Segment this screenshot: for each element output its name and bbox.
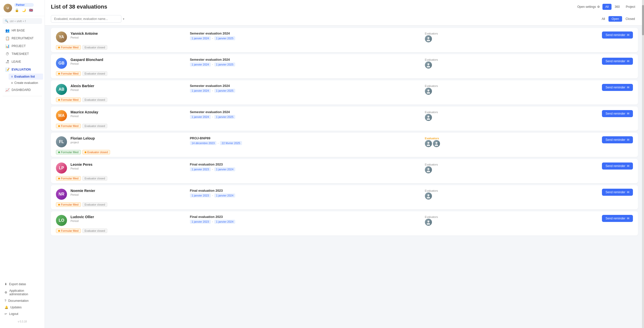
filter-dropdown-arrow[interactable]: ▾ bbox=[123, 17, 124, 21]
eval-card-top: NR Noemie Renier Period Final evaluation… bbox=[56, 189, 633, 200]
eval-type: project bbox=[71, 141, 186, 144]
svg-point-17 bbox=[427, 223, 430, 225]
evaluator-avatars bbox=[425, 166, 598, 173]
badge-label: Formular filled bbox=[61, 124, 79, 127]
language-icon[interactable]: 🇬🇧 bbox=[28, 7, 34, 13]
sidebar-item-export[interactable]: ⬇ Export datas bbox=[4, 281, 41, 287]
eval-person-name: Ludovic Ollier bbox=[71, 215, 186, 219]
eval-person-info: Leonie Peres Period bbox=[71, 162, 186, 170]
lock-icon[interactable]: 🔒 bbox=[14, 7, 20, 13]
evaluation-card[interactable]: AB Alexis Barbier Period Semester evalua… bbox=[51, 80, 638, 105]
eval-dates: 1 janvier 2024 - 1 janvier 2025 bbox=[190, 62, 421, 67]
eval-dates: 1 janvier 2023 - 1 janvier 2024 bbox=[190, 220, 421, 224]
send-reminder-button[interactable]: Send reminder ✉ bbox=[602, 58, 633, 65]
send-reminder-button[interactable]: Send reminder ✉ bbox=[602, 215, 633, 222]
theme-icon[interactable]: 🌙 bbox=[21, 7, 27, 13]
evaluation-card[interactable]: NR Noemie Renier Period Final evaluation… bbox=[51, 185, 638, 209]
sidebar-item-app-admin[interactable]: ⚙ Application administration bbox=[4, 287, 41, 298]
sidebar-item-recruitment[interactable]: 📋 RECRUITMENT bbox=[2, 35, 43, 42]
badge-label: Formular filled bbox=[61, 151, 79, 154]
admin-icon: ⚙ bbox=[5, 291, 7, 294]
eval-evaluation-name: Final evaluation 2023 bbox=[190, 215, 421, 219]
open-settings-button[interactable]: Open settings ⚙ bbox=[577, 5, 600, 9]
date-start-chip: 1 janvier 2023 bbox=[190, 220, 211, 224]
badge-dot bbox=[58, 204, 60, 206]
sidebar-item-dashboard[interactable]: 📈 DASHBOARD bbox=[2, 86, 43, 94]
sidebar-item-label-evaluation: EVALUATION bbox=[12, 68, 31, 71]
evaluators-label: Evaluators bbox=[425, 84, 438, 87]
sidebar-item-updates[interactable]: 🔔 Updates bbox=[4, 304, 41, 311]
date-start-chip: 1 janvier 2024 bbox=[190, 36, 211, 40]
send-reminder-label: Send reminder bbox=[605, 138, 625, 142]
badge-dot bbox=[58, 151, 60, 153]
search-icon: 🔍 bbox=[5, 19, 8, 23]
send-reminder-label: Send reminder bbox=[605, 217, 625, 220]
evaluation-card[interactable]: FL Florian Leloup project PROJ-BNP89 14 … bbox=[51, 133, 638, 157]
sidebar-item-create-evaluation[interactable]: ≡ Create evaluation bbox=[9, 80, 43, 86]
eval-person-avatar: MA bbox=[56, 110, 67, 121]
scrollbar-thumb[interactable] bbox=[642, 5, 644, 35]
sidebar-item-hr-base[interactable]: 👥 HR BASE bbox=[2, 27, 43, 34]
eval-dates: 1 janvier 2023 - 1 janvier 2024 bbox=[190, 167, 421, 171]
sidebar-item-evaluation[interactable]: 📝 EVALUATION bbox=[2, 66, 43, 73]
eval-evaluators-section: Evaluators bbox=[425, 84, 598, 95]
eval-type: Period bbox=[71, 62, 186, 65]
badge-label: Formular filled bbox=[61, 177, 79, 180]
svg-point-4 bbox=[427, 89, 429, 91]
status-tab-closed[interactable]: Closed bbox=[623, 16, 638, 22]
sidebar-item-timesheet[interactable]: ⏱ TIMESHEET bbox=[2, 50, 43, 58]
evaluation-card[interactable]: LO Ludovic Ollier Period Final evaluatio… bbox=[51, 211, 638, 236]
evaluator-avatar bbox=[425, 114, 432, 121]
send-icon: ✉ bbox=[627, 86, 629, 89]
status-tab-all[interactable]: All bbox=[599, 16, 608, 22]
send-reminder-button[interactable]: Send reminder ✉ bbox=[602, 84, 633, 91]
status-badge: Formular filled bbox=[56, 202, 81, 207]
type-tab-360[interactable]: 360 bbox=[612, 4, 623, 10]
svg-point-2 bbox=[427, 63, 429, 65]
evaluation-card[interactable]: GB Gaspard Blonchard Period Semester eva… bbox=[51, 54, 638, 78]
sidebar: U Partner 🔒 🌙 🇬🇧 🔍 ctrl + shift + f 👥 HR… bbox=[0, 0, 45, 328]
send-reminder-button[interactable]: Send reminder ✉ bbox=[602, 162, 633, 170]
evaluation-card[interactable]: LP Leonie Peres Period Final evaluation … bbox=[51, 159, 638, 183]
badge-label: Evaluator closed bbox=[85, 46, 105, 49]
sidebar-item-documentation[interactable]: ? Documentation bbox=[4, 298, 41, 304]
send-reminder-button[interactable]: Send reminder ✉ bbox=[602, 31, 633, 39]
sidebar-item-label-hr-base: HR BASE bbox=[12, 29, 25, 32]
send-reminder-button[interactable]: Send reminder ✉ bbox=[602, 110, 633, 117]
eval-card-top: GB Gaspard Blonchard Period Semester eva… bbox=[56, 58, 633, 69]
evaluators-label: Evaluators bbox=[425, 111, 438, 114]
sidebar-search[interactable]: 🔍 ctrl + shift + f bbox=[3, 18, 42, 24]
eval-period-section: Final evaluation 2023 1 janvier 2023 - 1… bbox=[190, 215, 421, 224]
eval-card-top: MA Maurice Azoulay Period Semester evalu… bbox=[56, 110, 633, 121]
sidebar-item-logout[interactable]: ↩ Logout bbox=[4, 311, 41, 317]
evaluation-card[interactable]: MA Maurice Azoulay Period Semester evalu… bbox=[51, 107, 638, 131]
eval-badges: Formular filledEvaluator closed bbox=[56, 202, 633, 207]
updates-label: Updates bbox=[10, 306, 22, 309]
scrollbar[interactable] bbox=[642, 0, 644, 328]
updates-icon: 🔔 bbox=[5, 306, 8, 309]
status-badge: Evaluator closed bbox=[82, 71, 107, 76]
type-tab-all[interactable]: All bbox=[602, 4, 611, 10]
eval-period-section: Semester evaluation 2024 1 janvier 2024 … bbox=[190, 58, 421, 67]
svg-point-11 bbox=[435, 144, 438, 146]
sidebar-item-project[interactable]: 📊 PROJECT bbox=[2, 42, 43, 50]
status-tab-open[interactable]: Open bbox=[608, 16, 622, 22]
type-tab-project[interactable]: Project bbox=[623, 4, 638, 10]
send-icon: ✉ bbox=[627, 164, 629, 168]
evaluator-avatar bbox=[425, 192, 432, 200]
svg-point-14 bbox=[427, 194, 429, 196]
search-input[interactable] bbox=[51, 15, 121, 23]
sidebar-item-leave[interactable]: 🏖 LEAVE bbox=[2, 58, 43, 65]
evaluator-avatars bbox=[425, 114, 598, 121]
evaluation-list-content: YA Yannick Antoine Period Semester evalu… bbox=[45, 25, 644, 328]
eval-dates: 1 janvier 2023 - 1 janvier 2024 bbox=[190, 193, 421, 198]
eval-person-avatar: FL bbox=[56, 136, 67, 147]
date-start-chip: 1 janvier 2024 bbox=[190, 89, 211, 93]
svg-point-13 bbox=[427, 171, 430, 172]
settings-gear-icon: ⚙ bbox=[597, 5, 600, 9]
send-reminder-button[interactable]: Send reminder ✉ bbox=[602, 189, 633, 196]
sidebar-item-evaluation-list[interactable]: ≡ Evaluation list bbox=[9, 74, 43, 80]
send-reminder-button[interactable]: Send reminder ✉ bbox=[602, 136, 633, 143]
evaluation-card[interactable]: YA Yannick Antoine Period Semester evalu… bbox=[51, 28, 638, 52]
date-separator: - bbox=[212, 168, 213, 171]
